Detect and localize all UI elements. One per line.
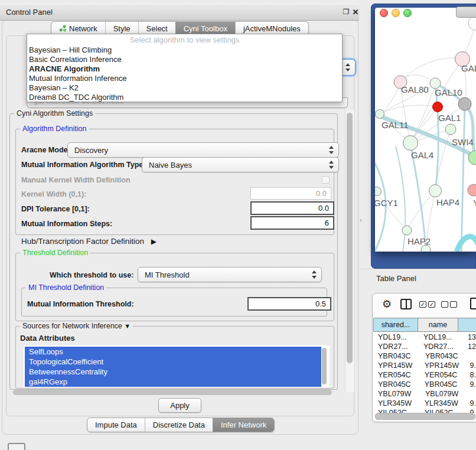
table-row[interactable]: YLR345WYLR345W9.: [373, 399, 476, 408]
algorithm-option[interactable]: Bayesian – K2: [27, 83, 342, 93]
list-scrollbar[interactable]: [322, 348, 327, 384]
tab-cyni-toolbox[interactable]: Cyni Toolbox: [175, 22, 235, 35]
sources-title: Sources for Network Inference: [22, 322, 122, 330]
list-item-selected[interactable]: TopologicalCoefficient: [25, 357, 321, 367]
network-node[interactable]: [376, 110, 384, 119]
table-cell: 8.: [463, 370, 476, 380]
table-body: YDL19...YDL19...13 YDR27...YDR27...12 YB…: [373, 332, 476, 413]
kernel-width-field[interactable]: [250, 187, 331, 200]
table-cell: YBL079W: [420, 389, 464, 399]
mi-steps-field[interactable]: [250, 216, 334, 230]
table-cell: YDL19...: [373, 332, 419, 342]
tab-jactivemnodules[interactable]: jActiveMNodules: [235, 22, 308, 35]
column-header-extra[interactable]: [458, 318, 476, 332]
node-label: HAP2: [407, 236, 431, 246]
table-row[interactable]: YDL19...YDL19...13: [373, 332, 476, 342]
column-header-shared[interactable]: shared...: [373, 318, 418, 332]
aracne-mode-label: Aracne Mode:: [21, 146, 70, 154]
list-item-selected[interactable]: BetweennessCentrality: [25, 367, 321, 377]
splitter-handle[interactable]: ‹: [360, 216, 364, 223]
combo-value: Discovery: [74, 146, 108, 155]
mi-type-combo[interactable]: Naive Bayes: [142, 157, 339, 172]
network-node[interactable]: [375, 187, 382, 196]
select-all-columns-icon[interactable]: ✓ ✓: [419, 301, 435, 308]
network-node[interactable]: [403, 136, 418, 151]
table-hscroll-thumb[interactable]: [375, 413, 475, 420]
tab-label: jActiveMNodules: [243, 24, 301, 33]
table-cell: 12: [461, 342, 476, 351]
hub-factor-expander[interactable]: Hub/Transcription Factor Definition ▶: [21, 237, 157, 246]
table-cell: YDR27...: [419, 342, 461, 351]
network-node[interactable]: [458, 97, 471, 110]
node-label: GAL80: [401, 84, 429, 94]
minimize-window-button[interactable]: [392, 9, 400, 17]
algorithm-option[interactable]: Basic Correlation Inference: [27, 55, 342, 64]
tab-label: Select: [146, 24, 168, 33]
expand-down-icon[interactable]: ▼: [124, 322, 131, 330]
table-row[interactable]: YDR27...YDR27...12: [373, 342, 476, 351]
settings-vscroll-track[interactable]: [345, 110, 355, 392]
algorithm-option[interactable]: Dream8 DC_TDC Algorithm: [27, 93, 342, 102]
tab-infer-network[interactable]: Infer Network: [213, 418, 274, 432]
column-header-name[interactable]: name: [418, 318, 458, 332]
dpi-tolerance-field[interactable]: [250, 201, 334, 215]
mi-threshold-field[interactable]: [247, 297, 331, 311]
algorithm-option-selected[interactable]: ARACNE Algorithm: [27, 64, 342, 74]
checked-box-icon: ✓: [419, 301, 426, 308]
table-panel-title: Table Panel: [376, 274, 416, 283]
close-panel-icon[interactable]: ✕: [351, 4, 360, 20]
network-node[interactable]: [433, 102, 443, 112]
network-canvas[interactable]: GAL80 GAL GAL10 GAL11 GAL1 GAL4 SWI4 GCY…: [375, 8, 476, 252]
application-root: Control Panel ❐ ✕ Network Style Select C…: [0, 0, 476, 450]
table-cell: 9.: [463, 399, 476, 408]
group-title: Cyni Algorithm Settings: [14, 109, 95, 118]
apply-button[interactable]: Apply: [158, 398, 201, 413]
aracne-mode-combo[interactable]: Discovery: [67, 142, 339, 158]
gear-icon[interactable]: ⚙: [382, 298, 392, 311]
table-row[interactable]: YBL079WYBL079W: [373, 389, 476, 399]
zoom-window-button[interactable]: [403, 9, 412, 17]
table-row[interactable]: YBR043CYBR043C: [373, 351, 476, 361]
node-label: GAL4: [411, 150, 433, 160]
expand-right-icon: ▶: [151, 237, 157, 246]
algorithm-option[interactable]: Mutual Information Inference: [27, 74, 342, 83]
algorithm-option[interactable]: Bayesian – Hill Climbing: [27, 45, 342, 55]
settings-vscroll-thumb[interactable]: [347, 113, 353, 363]
tab-network[interactable]: Network: [51, 22, 105, 35]
network-node[interactable]: [468, 16, 476, 30]
table-row[interactable]: YIL052CYIL052C9.: [373, 408, 476, 413]
table-row[interactable]: YBR045CYBR045C9.: [373, 380, 476, 389]
table-row[interactable]: YPR145WYPR145W9.: [373, 361, 476, 370]
close-window-button[interactable]: [380, 9, 388, 17]
control-panel-titlebar: Control Panel ❐ ✕: [0, 4, 359, 21]
list-item-selected[interactable]: gal4RGexp: [25, 377, 321, 387]
data-attributes-list: SelfLoops TopologicalCoefficient Between…: [24, 345, 330, 387]
tab-label: Impute Data: [95, 420, 137, 429]
network-node[interactable]: [468, 184, 476, 196]
expander-label: Hub/Transcription Factor Definition: [21, 237, 144, 246]
network-tools-widget[interactable]: [456, 6, 476, 18]
combo-value: Naive Bayes: [149, 161, 192, 169]
page-icon[interactable]: [470, 298, 476, 309]
dock-icon[interactable]: [8, 443, 25, 450]
which-threshold-combo[interactable]: MI Threshold: [138, 267, 322, 282]
tab-select[interactable]: Select: [138, 22, 175, 35]
network-node[interactable]: [445, 124, 456, 135]
network-node[interactable]: [402, 226, 412, 235]
node-label: Y: [473, 198, 476, 208]
tab-impute-data[interactable]: Impute Data: [87, 418, 145, 432]
settings-hscroll-thumb[interactable]: [13, 390, 332, 395]
tab-discretize-data[interactable]: Discretize Data: [145, 418, 213, 432]
split-columns-icon[interactable]: [400, 299, 412, 309]
float-window-icon[interactable]: ❐: [341, 4, 351, 20]
network-node[interactable]: [429, 185, 442, 197]
table-row[interactable]: YER054CYER054C8.: [373, 370, 476, 380]
cyni-bottom-tabs: Impute Data Discretize Data Infer Networ…: [87, 418, 275, 432]
tab-label: Infer Network: [221, 420, 266, 429]
deselect-all-columns-icon[interactable]: [441, 301, 457, 308]
algorithm-popup-list: Select algorithm to view settings Bayesi…: [27, 34, 343, 102]
manual-kernel-checkbox[interactable]: [322, 176, 330, 184]
list-item-selected[interactable]: SelfLoops: [25, 347, 321, 357]
tab-style[interactable]: Style: [105, 22, 138, 35]
group-title: Sources for Network Inference ▼: [20, 322, 133, 330]
